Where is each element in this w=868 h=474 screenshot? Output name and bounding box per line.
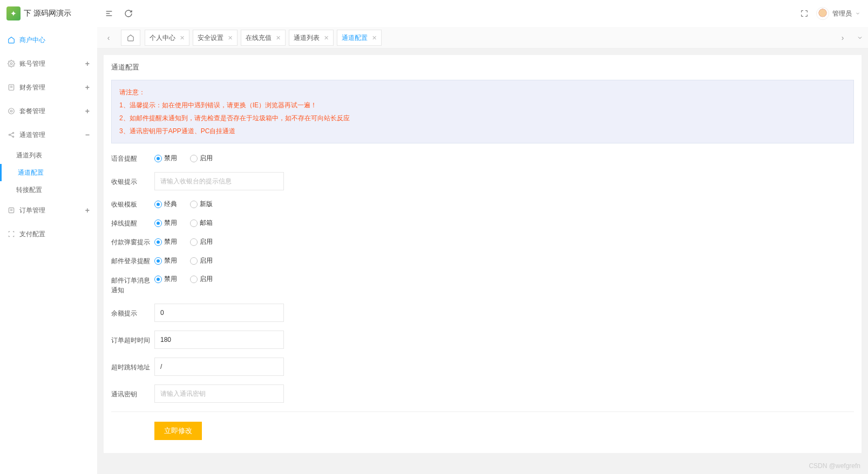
close-icon[interactable]: ✕	[228, 30, 233, 45]
tab-label: 通道列表	[294, 30, 320, 45]
radio-popup-enable[interactable]: 启用	[190, 237, 213, 246]
label-cashier: 收银提示	[111, 176, 154, 187]
plus-icon: +	[85, 107, 90, 115]
label-voice: 语音提醒	[111, 153, 154, 163]
radio-offline-email[interactable]: 邮箱	[190, 218, 213, 228]
tab-label: 个人中心	[150, 30, 175, 45]
gear-icon	[8, 107, 15, 115]
gear-icon	[8, 60, 15, 67]
scan-icon	[8, 230, 15, 238]
input-redirect[interactable]	[154, 358, 284, 376]
radio-mailord-enable[interactable]: 启用	[190, 274, 213, 284]
sub-item-transfer-config[interactable]: 转接配置	[0, 181, 97, 198]
notice-box: 请注意： 1、温馨提示：如在使用中遇到错误，请更换（IE）浏览器再试一遍！ 2、…	[111, 80, 854, 143]
tabs-prev[interactable]: ‹	[100, 30, 117, 46]
radio-voice-disable[interactable]: 禁用	[154, 154, 177, 163]
sidebar-item-package-mgmt[interactable]: 套餐管理 +	[0, 99, 97, 123]
sub-item-channel-config[interactable]: 通道配置	[0, 164, 97, 181]
radio-template-classic[interactable]: 经典	[154, 200, 177, 209]
label-mail-login: 邮件登录提醒	[111, 256, 154, 266]
input-cashier-tip[interactable]	[154, 172, 284, 190]
input-timeout[interactable]	[154, 331, 284, 349]
notice-head: 请注意：	[119, 86, 846, 99]
plus-icon: +	[85, 83, 90, 92]
radio-offline-disable[interactable]: 禁用	[154, 218, 177, 228]
watermark: CSDN @wefgrefn	[809, 462, 860, 470]
sidebar-item-channel-mgmt[interactable]: 通道管理 −	[0, 123, 97, 147]
document-icon	[8, 84, 15, 91]
chevron-down-icon	[857, 35, 863, 41]
tab-online-recharge[interactable]: 在线充值✕	[241, 30, 286, 46]
close-icon[interactable]: ✕	[372, 30, 377, 45]
svg-point-4	[9, 108, 15, 114]
sidebar-item-order-mgmt[interactable]: 订单管理 +	[0, 198, 97, 222]
svg-point-8	[12, 136, 13, 137]
plus-icon: +	[85, 206, 90, 215]
input-balance[interactable]	[154, 304, 284, 322]
menu-toggle-icon[interactable]	[105, 9, 113, 18]
logo-text: 下 源码网演示	[24, 9, 71, 18]
tab-label: 通道配置	[342, 30, 368, 45]
sub-item-channel-list[interactable]: 通道列表	[0, 147, 97, 164]
header: 管理员	[97, 0, 868, 27]
svg-point-0	[10, 63, 12, 65]
fullscreen-icon[interactable]	[800, 9, 809, 18]
tab-security-settings[interactable]: 安全设置✕	[193, 30, 238, 46]
list-icon	[8, 207, 15, 214]
label-redirect: 超时跳转地址	[111, 362, 154, 372]
sub-item-label: 通道配置	[18, 169, 44, 176]
logo-icon: ✦	[6, 6, 21, 20]
label-secret: 通讯密钥	[111, 389, 154, 399]
radio-popup-disable[interactable]: 禁用	[154, 237, 177, 246]
home-icon	[127, 34, 134, 42]
sidebar-item-account-mgmt[interactable]: 账号管理 +	[0, 52, 97, 75]
sub-item-label: 转接配置	[16, 186, 42, 194]
logo: ✦ 下 源码网演示	[0, 0, 97, 27]
input-secret[interactable]	[154, 384, 284, 403]
sidebar-item-label: 订单管理	[19, 206, 45, 215]
radio-voice-enable[interactable]: 启用	[190, 154, 213, 163]
sidebar-item-merchant-center[interactable]: 商户中心	[0, 28, 97, 52]
radio-maillog-disable[interactable]: 禁用	[154, 256, 177, 265]
tab-home[interactable]	[121, 30, 140, 46]
tab-label: 在线充值	[246, 30, 272, 45]
sidebar-item-label: 账号管理	[19, 59, 45, 68]
panel-title: 通道配置	[111, 63, 854, 72]
label-template: 收银模板	[111, 199, 154, 209]
user-dropdown[interactable]: 管理员	[816, 7, 860, 20]
close-icon[interactable]: ✕	[324, 30, 329, 45]
tab-channel-config[interactable]: 通道配置✕	[337, 30, 382, 46]
share-icon	[8, 131, 15, 139]
radio-maillog-enable[interactable]: 启用	[190, 256, 213, 265]
label-popup: 付款弹窗提示	[111, 237, 154, 247]
sidebar-item-payment-config[interactable]: 支付配置	[0, 222, 97, 246]
radio-mailord-disable[interactable]: 禁用	[154, 274, 177, 284]
tabs-next[interactable]: ›	[835, 30, 851, 46]
sidebar-item-label: 套餐管理	[19, 107, 45, 116]
label-mail-order: 邮件订单消息通知	[111, 274, 154, 295]
label-timeout: 订单超时时间	[111, 335, 154, 345]
user-label: 管理员	[832, 9, 852, 18]
notice-line-3: 3、通讯密钥用于APP通道、PC自挂通道	[119, 125, 846, 138]
tab-channel-list[interactable]: 通道列表✕	[289, 30, 334, 46]
divider	[111, 411, 854, 412]
label-offline: 掉线提醒	[111, 218, 154, 228]
tabs-row: ‹ 个人中心✕ 安全设置✕ 在线充值✕ 通道列表✕ 通道配置✕ ›	[97, 27, 868, 49]
sidebar: ✦ 下 源码网演示 商户中心 账号管理 + 财务管理 +	[0, 0, 97, 474]
close-icon[interactable]: ✕	[180, 30, 185, 45]
label-balance: 余额提示	[111, 308, 154, 318]
tabs-more[interactable]	[852, 30, 868, 46]
refresh-icon[interactable]	[124, 9, 133, 18]
notice-line-2: 2、如邮件提醒未通知到，请先检查是否存在于垃圾箱中，如不存在可向站长反应	[119, 112, 846, 125]
panel: 通道配置 请注意： 1、温馨提示：如在使用中遇到错误，请更换（IE）浏览器再试一…	[104, 55, 862, 453]
submit-button[interactable]: 立即修改	[154, 422, 202, 440]
home-icon	[8, 36, 15, 44]
sub-item-label: 通道列表	[16, 152, 42, 159]
sidebar-item-label: 商户中心	[19, 36, 45, 45]
close-icon[interactable]: ✕	[276, 30, 281, 45]
svg-point-5	[10, 110, 12, 112]
sidebar-item-finance-mgmt[interactable]: 财务管理 +	[0, 75, 97, 99]
tab-personal-center[interactable]: 个人中心✕	[145, 30, 189, 46]
notice-line-1: 1、温馨提示：如在使用中遇到错误，请更换（IE）浏览器再试一遍！	[119, 99, 846, 112]
radio-template-new[interactable]: 新版	[190, 200, 213, 209]
